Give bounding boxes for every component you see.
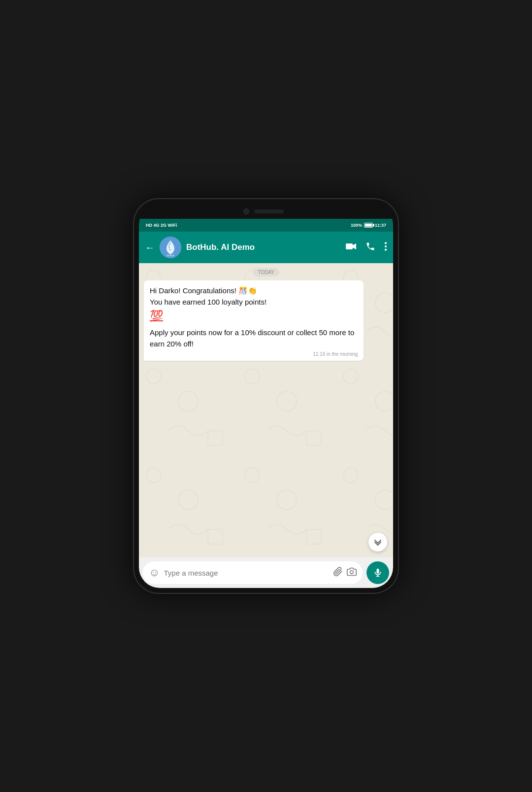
message-input[interactable]	[164, 569, 329, 577]
contact-name: BotHub. AI Demo	[186, 242, 341, 252]
svg-point-3	[385, 242, 387, 244]
clock: 11:37	[375, 223, 386, 228]
camera-notch	[243, 208, 249, 214]
battery-icon	[364, 223, 373, 228]
status-bar: HD 4G 2G WiFi 100% 11:37	[139, 219, 393, 232]
back-button[interactable]: ←	[145, 242, 155, 253]
input-bar: ☺	[139, 557, 393, 588]
chat-body: TODAY Hi Darko! Congratulations! 🎊👏 You …	[139, 263, 393, 557]
message-line3: Apply your points now for a 10% discount…	[150, 327, 358, 349]
svg-rect-2	[346, 243, 353, 249]
message-input-container: ☺	[143, 561, 363, 584]
header-icons	[346, 241, 387, 253]
battery-fill	[365, 224, 372, 227]
phone-frame: HD 4G 2G WiFi 100% 11:37 ←	[133, 198, 399, 594]
phone-inner: HD 4G 2G WiFi 100% 11:37 ←	[139, 204, 393, 588]
camera-button[interactable]	[347, 567, 357, 579]
svg-point-4	[385, 245, 387, 247]
contact-avatar: bothub	[160, 237, 181, 258]
svg-point-6	[350, 570, 354, 574]
svg-text:bothub: bothub	[166, 254, 174, 257]
message-line2: You have earned 100 loyalty points!	[150, 297, 358, 308]
speaker-notch	[254, 209, 284, 213]
network-info: HD 4G 2G WiFi	[146, 223, 177, 228]
chat-header: ← bothub BotHub. AI Demo	[139, 232, 393, 263]
more-options-icon[interactable]	[384, 241, 387, 253]
status-left: HD 4G 2G WiFi	[146, 223, 177, 228]
message-line1: Hi Darko! Congratulations! 🎊👏	[150, 285, 358, 297]
attach-button[interactable]	[333, 567, 343, 579]
date-badge: TODAY	[253, 268, 279, 276]
mic-button[interactable]	[366, 561, 389, 584]
svg-point-5	[385, 249, 387, 251]
video-call-icon[interactable]	[346, 242, 357, 252]
message-bubble: Hi Darko! Congratulations! 🎊👏 You have e…	[144, 280, 364, 361]
phone-notch	[139, 204, 393, 219]
scroll-down-button[interactable]	[368, 533, 387, 551]
voice-call-icon[interactable]	[366, 241, 375, 253]
message-emoji-100: 💯	[150, 310, 358, 322]
svg-rect-7	[377, 569, 379, 574]
status-right: 100% 11:37	[351, 223, 386, 228]
message-timestamp: 11:16 in the morning	[150, 351, 358, 357]
emoji-button[interactable]: ☺	[149, 566, 160, 579]
battery-percent: 100%	[351, 223, 362, 228]
